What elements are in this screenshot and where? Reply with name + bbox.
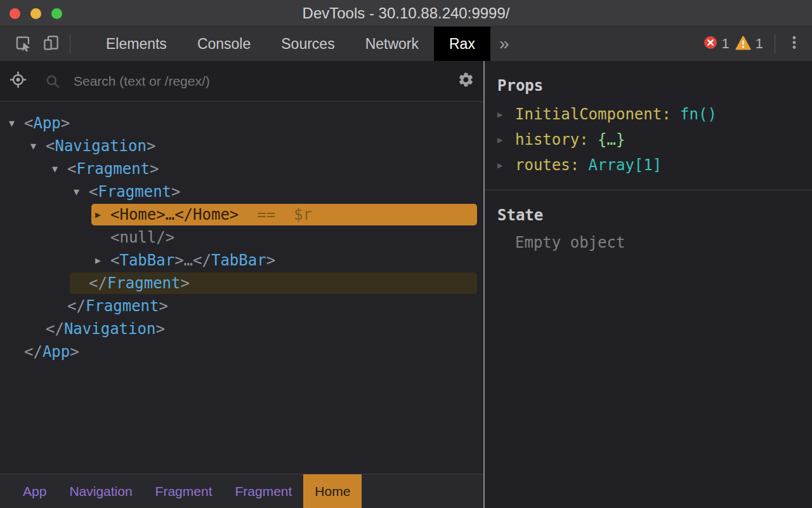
search-icon [44,73,61,90]
tree-node-text: == $r [239,206,312,224]
tree-row-fragment-open[interactable]: ▼<Fragment> [0,157,483,180]
tree-row-tabbar-collapsed[interactable]: ▶<TabBar>…</TabBar> [0,249,483,272]
warning-badge[interactable]: 1 [735,36,763,53]
prop-value: fn() [680,105,717,123]
tree-node-text: > [155,320,164,338]
tree-node-text: > [181,274,190,292]
device-toolbar-icon [43,34,60,54]
gear-icon [457,71,475,91]
error-badge[interactable]: 1 [704,36,730,52]
chevron-right-icon[interactable]: ▶ [497,135,515,145]
tree-node-text: TabBar [119,251,174,269]
search-bar [0,61,483,102]
device-toolbar-button[interactable] [37,27,65,61]
props-section: Props ▶InitialComponent: fn()▶history: {… [485,61,812,190]
tree-node-text: > [70,343,79,361]
chevron-down-icon[interactable]: ▼ [52,163,67,175]
panel-tabs: ElementsConsoleSourcesNetworkRax [91,27,490,61]
chevron-right-icon[interactable]: ▶ [497,109,515,119]
tree-node-text: App [43,343,70,361]
tree-row-fragment-inner-open[interactable]: ▼<Fragment> [0,180,483,203]
breadcrumb-item-app-0[interactable]: App [11,474,58,508]
tree-node-text: > [266,251,275,269]
tree-row-navigation-open[interactable]: ▼<Navigation> [0,135,483,157]
tree-node-text: </ [193,251,211,269]
prop-key: history: [515,131,598,149]
settings-button[interactable] [448,61,483,102]
breadcrumb-item-fragment-3[interactable]: Fragment [223,474,303,508]
tree-row-fragment-close[interactable]: </Fragment> [0,295,483,318]
tree-row-null-element[interactable]: <null/> [0,226,483,249]
tree-node-text: < [67,160,76,178]
tree-node-text: … [184,251,193,269]
chevron-down-icon[interactable]: ▼ [74,186,89,197]
error-icon [704,36,717,52]
tree-node-text: > [159,297,168,315]
tree-node-text: < [89,183,98,201]
chevron-right-icon[interactable]: ▶ [95,255,110,266]
tab-sources[interactable]: Sources [266,27,350,61]
tree-node-text: > [171,183,180,201]
tree-node-text: Fragment [107,274,181,292]
tree-node-text: < [110,251,119,269]
chevron-down-icon[interactable]: ▼ [9,117,24,129]
inspect-element-button[interactable] [9,27,37,61]
tree-node-text: Fragment [86,297,159,315]
chevron-right-icon[interactable]: ▶ [497,160,515,170]
tree-row-app-open[interactable]: ▼<App> [0,112,483,135]
breadcrumb-item-home-4[interactable]: Home [303,474,362,508]
prop-value: Array[1] [589,156,662,174]
state-heading: State [497,206,802,225]
prop-key: InitialComponent: [515,105,680,123]
tree-node-text: <Home>…</Home> [110,206,239,224]
prop-key: routes: [515,156,589,174]
props-heading: Props [497,76,802,95]
tree-node-text: < [46,137,55,155]
tree-node-text: App [33,114,60,132]
devtools-tabbar: ElementsConsoleSourcesNetworkRax » 1 [0,27,812,61]
prop-row-initialcomponent[interactable]: ▶InitialComponent: fn() [497,102,802,127]
tab-network[interactable]: Network [350,27,434,61]
prop-row-routes[interactable]: ▶routes: Array[1] [497,152,802,178]
tree-node-text: <null/> [110,229,174,246]
crosshair-target-icon [9,70,27,91]
menu-button[interactable] [780,27,808,61]
tree-row-navigation-close[interactable]: </Navigation> [0,318,483,340]
breadcrumb-item-fragment-2[interactable]: Fragment [144,474,224,508]
tree-row-home-selected[interactable]: ▶<Home>…</Home> == $r [0,203,483,226]
tab-console[interactable]: Console [182,27,266,61]
tab-rax[interactable]: Rax [434,27,490,61]
state-section: State Empty object [485,190,812,263]
state-empty-text: Empty object [515,234,802,251]
warning-count: 1 [756,36,763,52]
tree-node-text: > [150,160,159,178]
more-tabs-button[interactable]: » [490,27,518,61]
components-pane: ▼<App>▼<Navigation>▼<Fragment>▼<Fragment… [0,61,483,508]
details-pane: Props ▶InitialComponent: fn()▶history: {… [485,61,812,508]
search-input[interactable] [63,74,448,89]
tab-elements[interactable]: Elements [91,27,182,61]
breadcrumb: AppNavigationFragmentFragmentHome [0,474,483,508]
chevron-right-icon[interactable]: ▶ [95,209,110,220]
tree-row-app-close[interactable]: </App> [0,340,483,363]
prop-value: {…} [598,131,625,149]
tree-row-fragment-inner-close[interactable]: </Fragment> [0,272,483,295]
tree-node-text: </ [67,297,86,315]
titlebar: DevTools - 30.10.88.240:9999/ [0,0,812,27]
tree-node-text: > [61,114,70,132]
status-badges: 1 1 [704,36,764,53]
error-count: 1 [722,36,730,52]
inspect-component-button[interactable] [0,61,36,102]
tree-node-text: TabBar [211,251,266,269]
tree-node-text: </ [46,320,64,338]
prop-row-history[interactable]: ▶history: {…} [497,127,802,152]
component-tree: ▼<App>▼<Navigation>▼<Fragment>▼<Fragment… [0,102,483,474]
toolbar-separator [70,34,70,53]
tree-node-text: Navigation [64,320,156,338]
tree-node-text: </ [24,343,43,361]
tree-node-text: Fragment [76,160,150,178]
breadcrumb-item-navigation-1[interactable]: Navigation [58,474,143,508]
toolbar-separator [775,34,775,53]
tree-node-text: > [147,137,155,155]
chevron-down-icon[interactable]: ▼ [30,140,46,152]
